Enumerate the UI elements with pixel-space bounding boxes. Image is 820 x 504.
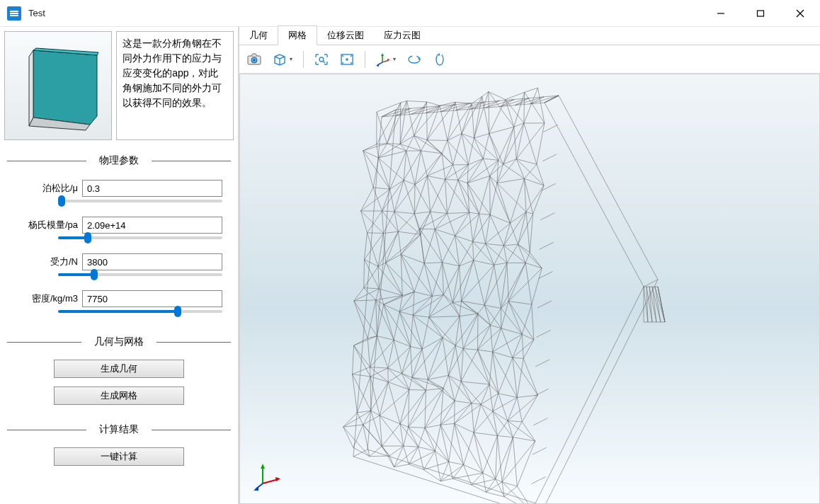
density-slider[interactable] bbox=[58, 310, 222, 313]
generate-geometry-button[interactable]: 生成几何 bbox=[54, 360, 184, 378]
svg-line-265 bbox=[427, 140, 448, 141]
svg-line-220 bbox=[414, 212, 430, 214]
svg-line-249 bbox=[400, 389, 409, 423]
svg-line-181 bbox=[384, 304, 411, 346]
zoom-window-button[interactable] bbox=[311, 49, 332, 70]
svg-line-369 bbox=[435, 425, 440, 451]
svg-line-621 bbox=[526, 185, 544, 212]
svg-line-116 bbox=[378, 267, 402, 296]
svg-line-510 bbox=[486, 244, 494, 265]
svg-line-290 bbox=[413, 296, 432, 315]
tab-geometry[interactable]: 几何 bbox=[239, 26, 278, 45]
svg-line-472 bbox=[461, 382, 489, 384]
svg-line-532 bbox=[481, 394, 499, 404]
force-input[interactable] bbox=[82, 253, 222, 270]
svg-line-345 bbox=[443, 266, 459, 294]
svg-line-278 bbox=[420, 212, 431, 229]
svg-line-660 bbox=[508, 421, 535, 441]
generate-mesh-button[interactable]: 生成网格 bbox=[54, 386, 184, 405]
svg-line-709 bbox=[533, 418, 547, 425]
svg-line-657 bbox=[522, 395, 537, 422]
svg-line-148 bbox=[400, 101, 406, 144]
svg-line-672 bbox=[517, 486, 535, 503]
svg-line-639 bbox=[508, 302, 522, 335]
svg-line-108 bbox=[382, 211, 399, 231]
svg-line-328 bbox=[453, 165, 458, 180]
svg-line-121 bbox=[376, 295, 403, 299]
svg-line-127 bbox=[370, 336, 377, 367]
svg-line-450 bbox=[479, 214, 486, 244]
rotate-y-button[interactable] bbox=[404, 49, 425, 70]
zoom-extents-button[interactable] bbox=[336, 49, 358, 70]
svg-marker-726 bbox=[261, 464, 265, 469]
right-pane: 几何 网格 位移云图 应力云图 ▼ bbox=[238, 27, 820, 504]
svg-line-401 bbox=[460, 266, 462, 301]
compute-button[interactable]: 一键计算 bbox=[54, 447, 184, 466]
svg-line-339 bbox=[435, 229, 442, 263]
maximize-button[interactable] bbox=[741, 0, 780, 27]
axes-view-button[interactable]: ▼ bbox=[372, 49, 399, 70]
svg-marker-7 bbox=[33, 50, 97, 125]
tab-stress[interactable]: 应力云图 bbox=[374, 26, 431, 45]
svg-line-453 bbox=[473, 241, 474, 260]
svg-line-333 bbox=[447, 180, 457, 213]
force-slider[interactable] bbox=[58, 273, 222, 276]
youngs-slider[interactable] bbox=[58, 236, 222, 239]
svg-line-523 bbox=[490, 325, 492, 352]
svg-line-662 bbox=[522, 422, 535, 441]
svg-line-436 bbox=[474, 134, 489, 138]
svg-line-214 bbox=[421, 151, 427, 176]
svg-line-703 bbox=[540, 242, 554, 249]
tab-displacement[interactable]: 位移云图 bbox=[317, 26, 374, 45]
svg-line-105 bbox=[382, 181, 404, 212]
svg-line-62 bbox=[354, 288, 364, 302]
svg-line-602 bbox=[486, 492, 504, 496]
svg-line-277 bbox=[431, 212, 448, 213]
svg-line-383 bbox=[468, 159, 483, 165]
svg-line-469 bbox=[461, 349, 463, 382]
svg-line-295 bbox=[413, 315, 443, 338]
svg-line-518 bbox=[484, 305, 490, 325]
svg-line-614 bbox=[516, 159, 524, 179]
svg-line-235 bbox=[399, 296, 432, 311]
svg-line-283 bbox=[420, 229, 443, 262]
svg-line-546 bbox=[506, 92, 525, 99]
youngs-input[interactable] bbox=[82, 217, 222, 234]
svg-line-107 bbox=[382, 211, 384, 233]
svg-line-536 bbox=[474, 411, 493, 433]
svg-line-449 bbox=[473, 214, 479, 241]
svg-line-136 bbox=[370, 377, 380, 416]
svg-line-596 bbox=[497, 435, 502, 481]
svg-line-167 bbox=[398, 231, 420, 234]
svg-line-406 bbox=[460, 301, 461, 316]
svg-line-346 bbox=[443, 294, 452, 302]
svg-line-400 bbox=[452, 266, 459, 303]
svg-line-451 bbox=[473, 214, 490, 241]
minimize-button[interactable] bbox=[701, 0, 741, 27]
svg-line-367 bbox=[425, 428, 435, 451]
poisson-input[interactable] bbox=[82, 180, 222, 197]
svg-line-190 bbox=[388, 373, 402, 382]
svg-line-490 bbox=[489, 92, 489, 134]
view-projection-button[interactable]: ▼ bbox=[269, 49, 296, 70]
close-button[interactable] bbox=[780, 0, 820, 27]
section-title-results: 计算结果 bbox=[86, 423, 152, 436]
svg-line-514 bbox=[484, 265, 494, 305]
svg-line-471 bbox=[461, 350, 477, 382]
density-input[interactable] bbox=[82, 290, 222, 307]
svg-line-42 bbox=[363, 151, 374, 188]
tab-mesh[interactable]: 网格 bbox=[278, 25, 317, 45]
mesh-viewport[interactable] bbox=[239, 74, 820, 504]
poisson-slider[interactable] bbox=[58, 200, 222, 202]
rotate-x-button[interactable] bbox=[429, 49, 450, 70]
svg-line-54 bbox=[365, 233, 368, 260]
svg-line-568 bbox=[503, 246, 525, 263]
screenshot-button[interactable] bbox=[244, 49, 265, 70]
svg-line-227 bbox=[401, 229, 419, 254]
poisson-label: 泊松比/μ bbox=[16, 182, 82, 195]
svg-line-93 bbox=[387, 101, 407, 144]
svg-line-543 bbox=[483, 473, 486, 492]
svg-line-81 bbox=[357, 411, 370, 413]
svg-line-143 bbox=[363, 425, 370, 457]
svg-line-46 bbox=[361, 188, 374, 211]
